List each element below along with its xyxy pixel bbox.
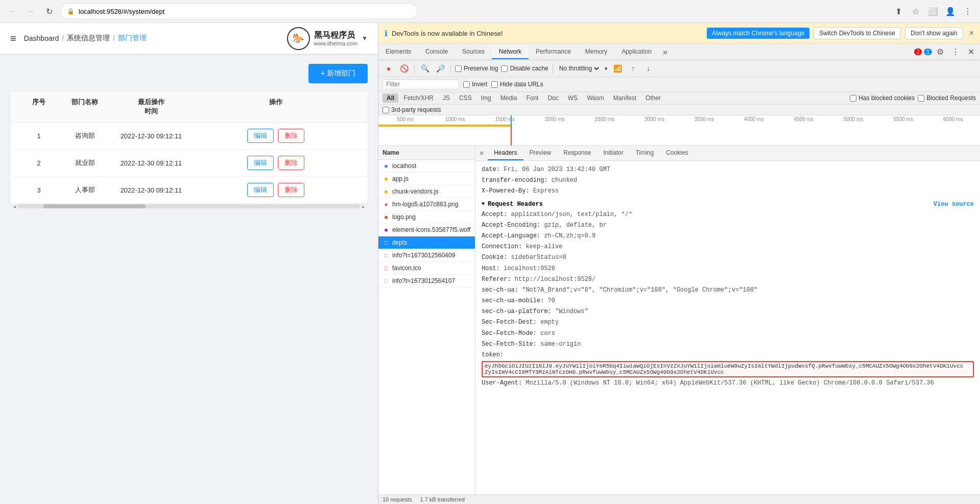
type-btn-font[interactable]: Font: [522, 93, 542, 103]
switch-devtools-button[interactable]: Switch DevTools to Chinese: [814, 27, 901, 39]
tab-performance[interactable]: Performance: [529, 45, 578, 59]
logo-dropdown-button[interactable]: ▼: [362, 35, 368, 42]
detail-tab-preview[interactable]: Preview: [523, 146, 558, 160]
edit-button-2[interactable]: 编辑: [247, 156, 274, 170]
profile-button[interactable]: 👤: [943, 4, 958, 18]
file-item-info-2[interactable]: □ info?t=1673012564107: [378, 275, 475, 287]
timeline-labels: 500 ms 1000 ms 1500 ms 2000 ms 2500 ms 3…: [378, 116, 980, 122]
delete-button-3[interactable]: 删除: [278, 183, 304, 197]
blocked-requests-checkbox[interactable]: [918, 95, 924, 102]
hide-data-urls-checkbox[interactable]: [491, 81, 498, 88]
match-language-button[interactable]: Always match Chrome's language: [707, 28, 809, 39]
preserve-log-label[interactable]: Preserve log: [455, 65, 498, 72]
dont-show-again-button[interactable]: Don't show again: [905, 27, 963, 39]
type-btn-img[interactable]: Img: [477, 93, 495, 103]
detail-tab-response[interactable]: Response: [557, 146, 597, 160]
breadcrumb-dashboard[interactable]: Dashboard: [24, 34, 59, 42]
type-btn-ws[interactable]: WS: [564, 93, 582, 103]
type-btn-other[interactable]: Other: [641, 93, 665, 103]
delete-button-1[interactable]: 删除: [278, 129, 304, 143]
tab-application[interactable]: Application: [614, 45, 659, 59]
type-btn-all[interactable]: All: [383, 93, 398, 103]
file-item-favicon[interactable]: □ favicon.ico: [378, 262, 475, 275]
detail-tab-headers[interactable]: Headers: [488, 146, 523, 160]
edit-button-1[interactable]: 编辑: [247, 129, 274, 143]
filter-input[interactable]: [383, 79, 459, 89]
type-filter-right: Has blocked cookies Blocked Requests: [850, 94, 976, 102]
download-button[interactable]: ↓: [642, 62, 655, 75]
file-item-localhost[interactable]: ■ localhost: [378, 160, 475, 173]
blocked-cookies-label[interactable]: Has blocked cookies: [850, 94, 915, 102]
tab-elements[interactable]: Elements: [378, 45, 418, 59]
detail-tab-initiator[interactable]: Initiator: [597, 146, 629, 160]
delete-button-2[interactable]: 删除: [278, 156, 304, 170]
scroll-right-arrow[interactable]: ▸: [360, 204, 367, 209]
disable-cache-label[interactable]: Disable cache: [501, 65, 548, 72]
breadcrumb-system[interactable]: 系统信息管理: [67, 34, 110, 43]
throttling-select[interactable]: No throttling Fast 3G Slow 3G Offline: [557, 64, 601, 73]
notification-close-button[interactable]: ×: [969, 29, 974, 38]
third-party-label[interactable]: 3rd-party requests: [383, 106, 441, 113]
file-item-element-icons[interactable]: ■ element-icons.535877f5.woff: [378, 224, 475, 236]
type-btn-media[interactable]: Media: [496, 93, 521, 103]
search-button[interactable]: 🔎: [434, 62, 446, 75]
tab-console[interactable]: Console: [418, 45, 455, 59]
reload-button[interactable]: ↻: [42, 4, 56, 18]
img-icon-2: ■: [383, 213, 390, 221]
section-toggle-icon[interactable]: ▼: [482, 201, 485, 207]
type-btn-manifest[interactable]: Manifest: [609, 93, 640, 103]
scroll-left-arrow[interactable]: ◂: [11, 204, 18, 209]
url-input[interactable]: [79, 8, 411, 15]
detail-close-button[interactable]: ×: [475, 146, 488, 160]
tab-network[interactable]: Network: [492, 45, 529, 59]
type-btn-fetch[interactable]: Fetch/XHR: [399, 93, 438, 103]
scrollbar-track[interactable]: [18, 204, 360, 208]
forward-button[interactable]: →: [23, 4, 38, 18]
tab-memory[interactable]: Memory: [578, 45, 614, 59]
third-party-checkbox[interactable]: [383, 107, 389, 113]
tab-more-button[interactable]: »: [659, 45, 672, 59]
type-btn-css[interactable]: CSS: [455, 93, 476, 103]
table-scrollbar[interactable]: ◂ ▸: [10, 203, 368, 209]
hide-data-urls-label[interactable]: Hide data URLs: [491, 81, 543, 88]
file-item-logo-png[interactable]: ■ logo.png: [378, 211, 475, 224]
kebab-menu-button[interactable]: ⋮: [948, 45, 963, 59]
type-btn-js[interactable]: JS: [439, 93, 454, 103]
timeline[interactable]: 500 ms 1000 ms 1500 ms 2000 ms 2500 ms 3…: [378, 115, 980, 146]
tab-sources[interactable]: Sources: [455, 45, 492, 59]
file-item-hm-logo[interactable]: ● hm-logo5.a107c883.png: [378, 198, 475, 211]
type-btn-doc[interactable]: Doc: [543, 93, 562, 103]
clear-button[interactable]: 🚫: [398, 62, 410, 75]
upload-button[interactable]: ↑: [627, 62, 639, 75]
invert-label[interactable]: Invert: [463, 81, 487, 88]
blocked-cookies-checkbox[interactable]: [850, 95, 856, 102]
share-button[interactable]: ⬆: [891, 4, 905, 18]
file-item-depts[interactable]: □ depts: [378, 236, 475, 249]
back-button[interactable]: ←: [5, 4, 19, 18]
record-button[interactable]: ●: [383, 62, 395, 75]
file-list-header: Name: [378, 146, 475, 160]
close-devtools-button[interactable]: ✕: [964, 45, 978, 59]
more-button[interactable]: ⋮: [961, 4, 975, 18]
bookmark-button[interactable]: ☆: [909, 4, 923, 18]
detail-row-user-agent: User-Agent: Mozilla/5.0 (Windows NT 10.0…: [482, 378, 974, 388]
wifi-icon-button[interactable]: 📶: [612, 62, 624, 75]
hamburger-button[interactable]: ≡: [10, 33, 16, 44]
scrollbar-thumb[interactable]: [43, 204, 146, 208]
edit-button-3[interactable]: 编辑: [247, 183, 274, 197]
view-source-link[interactable]: View source: [934, 201, 974, 208]
add-dept-button[interactable]: + 新增部门: [308, 64, 368, 83]
maximize-button[interactable]: ⬜: [926, 4, 940, 18]
file-item-appjs[interactable]: ■ app.js: [378, 173, 475, 185]
preserve-log-checkbox[interactable]: [455, 65, 462, 72]
disable-cache-checkbox[interactable]: [501, 65, 508, 72]
file-item-info-1[interactable]: □ info?t=1673012560409: [378, 249, 475, 262]
type-btn-wasm[interactable]: Wasm: [583, 93, 608, 103]
invert-checkbox[interactable]: [463, 81, 470, 88]
file-item-chunk-vendors[interactable]: ■ chunk-vendors.js: [378, 185, 475, 198]
detail-tab-cookies[interactable]: Cookies: [660, 146, 694, 160]
settings-button[interactable]: ⚙: [933, 45, 947, 59]
blocked-requests-label[interactable]: Blocked Requests: [918, 94, 976, 102]
detail-tab-timing[interactable]: Timing: [630, 146, 660, 160]
filter-toggle-button[interactable]: 🔍: [419, 62, 431, 75]
